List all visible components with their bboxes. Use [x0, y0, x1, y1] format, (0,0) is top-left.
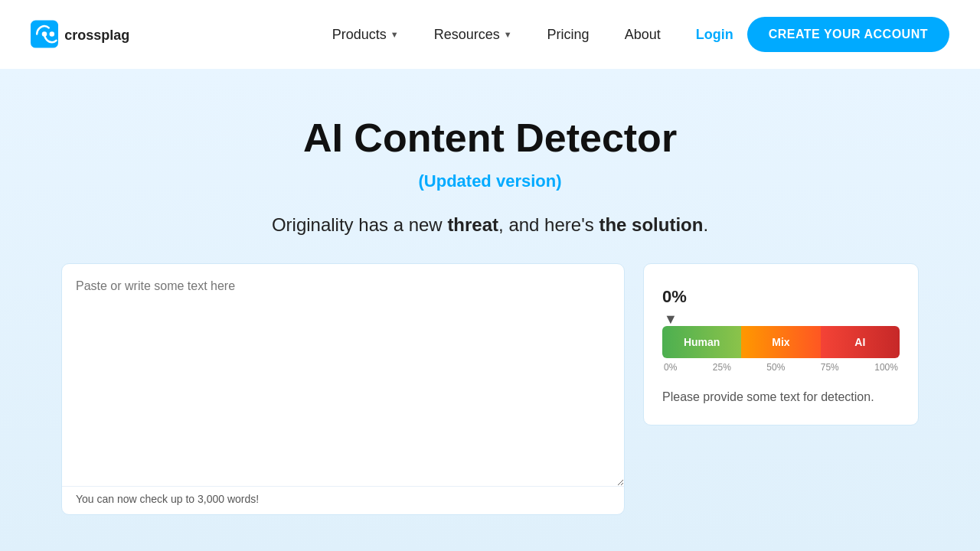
- gauge-mix-segment: Mix: [741, 326, 820, 358]
- gauge-scale-50: 50%: [766, 362, 785, 373]
- gauge-scale-75: 75%: [821, 362, 839, 373]
- text-input-panel: You can now check up to 3,000 words!: [61, 263, 625, 515]
- gauge-mix-label: Mix: [772, 336, 789, 348]
- nav-item-pricing[interactable]: Pricing: [534, 21, 603, 49]
- svg-point-1: [42, 31, 47, 37]
- gauge-scale-0: 0%: [664, 362, 677, 373]
- text-input[interactable]: [62, 264, 624, 486]
- svg-point-2: [50, 31, 55, 37]
- hero-content: You can now check up to 3,000 words! 0% …: [61, 263, 919, 515]
- word-limit-note: You can now check up to 3,000 words!: [76, 493, 259, 505]
- svg-text:crossplag: crossplag: [64, 28, 129, 43]
- gauge-human-label: Human: [684, 336, 720, 348]
- hero-tagline: Originality has a new threat, and here's…: [61, 214, 919, 236]
- gauge-arrow-icon: ▼: [664, 311, 900, 328]
- nav-item-login[interactable]: Login: [682, 21, 747, 49]
- gauge-ai-segment: AI: [821, 326, 900, 358]
- nav-about-label: About: [625, 27, 661, 43]
- result-percentage: 0%: [662, 287, 900, 307]
- nav-links: Products ▼ Resources ▼ Pricing About Log…: [318, 21, 747, 49]
- result-message: Please provide some text for detection.: [662, 388, 900, 406]
- gauge-scale-100: 100%: [874, 362, 898, 373]
- nav-item-about[interactable]: About: [611, 21, 675, 49]
- nav-login-label: Login: [696, 27, 733, 43]
- resources-dropdown-arrow: ▼: [504, 30, 512, 39]
- tagline-part1: Originality has a new: [272, 214, 447, 235]
- logo[interactable]: crossplag: [31, 15, 168, 54]
- tagline-part3: .: [703, 214, 708, 235]
- nav-item-products[interactable]: Products ▼: [318, 21, 413, 49]
- tagline-part2: , and here's: [498, 214, 599, 235]
- gauge-container: ▼ Human Mix AI 0% 25% 50% 75%: [662, 311, 900, 373]
- hero-section: AI Content Detector (Updated version) Or…: [0, 69, 980, 551]
- tagline-bold1: threat: [447, 214, 498, 235]
- nav-resources-label: Resources: [434, 27, 500, 43]
- gauge-bar: Human Mix AI: [662, 326, 900, 358]
- main-navigation: crossplag Products ▼ Resources ▼ Pricing…: [0, 0, 980, 69]
- nav-products-label: Products: [332, 27, 387, 43]
- gauge-scale-labels: 0% 25% 50% 75% 100%: [662, 362, 900, 373]
- gauge-human-segment: Human: [662, 326, 741, 358]
- text-panel-footer: You can now check up to 3,000 words!: [62, 486, 624, 514]
- create-account-button[interactable]: CREATE YOUR ACCOUNT: [747, 17, 949, 52]
- hero-subtitle: (Updated version): [61, 171, 919, 191]
- nav-pricing-label: Pricing: [547, 27, 590, 43]
- nav-item-resources[interactable]: Resources ▼: [420, 21, 526, 49]
- gauge-scale-25: 25%: [713, 362, 731, 373]
- result-panel: 0% ▼ Human Mix AI 0% 25%: [643, 263, 919, 425]
- products-dropdown-arrow: ▼: [390, 30, 399, 39]
- hero-title: AI Content Detector: [61, 115, 919, 161]
- gauge-ai-label: AI: [854, 336, 865, 348]
- tagline-bold2: the solution: [599, 214, 703, 235]
